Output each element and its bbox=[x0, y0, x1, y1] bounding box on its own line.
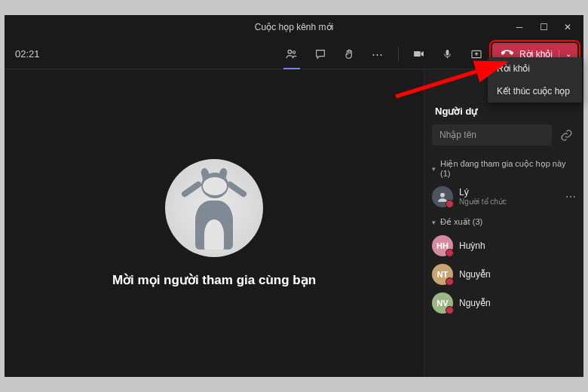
mic-icon[interactable] bbox=[435, 43, 461, 66]
section-suggested[interactable]: Đề xuất (3) bbox=[424, 211, 583, 231]
main-stage: Mời mọi người tham gia cùng bạn bbox=[5, 69, 424, 377]
list-item[interactable]: HH Huỳnh bbox=[424, 231, 583, 260]
close-button[interactable]: ✕ bbox=[556, 20, 579, 35]
dropdown-item-leave[interactable]: Rời khỏi bbox=[488, 57, 582, 80]
avatar bbox=[432, 186, 453, 207]
minimize-button[interactable]: ─ bbox=[508, 20, 531, 35]
title-bar: Cuộc họp kênh mới ─ ☐ ✕ bbox=[5, 15, 583, 39]
avatar: NT bbox=[432, 264, 453, 285]
list-item[interactable]: Lý Người tổ chức ⋯ bbox=[424, 182, 583, 211]
raise-hand-icon[interactable] bbox=[336, 43, 362, 66]
avatar: HH bbox=[432, 235, 453, 256]
list-item[interactable]: NV Nguyễn bbox=[424, 289, 583, 317]
svg-rect-2 bbox=[446, 50, 449, 56]
invite-text: Mời mọi người tham gia cùng bạn bbox=[112, 272, 316, 288]
more-icon[interactable]: ⋯ bbox=[365, 43, 390, 66]
search-input[interactable]: Nhập tên bbox=[432, 124, 552, 145]
content-area: Mời mọi người tham gia cùng bạn Người dự… bbox=[5, 69, 583, 377]
people-icon[interactable] bbox=[279, 43, 305, 66]
avatar: NV bbox=[432, 292, 453, 314]
person-info: Lý Người tổ chức bbox=[459, 187, 507, 207]
section-in-meeting[interactable]: Hiện đang tham gia cuộc họp này (1) bbox=[424, 153, 583, 182]
svg-point-4 bbox=[440, 193, 445, 198]
search-placeholder: Nhập tên bbox=[439, 130, 476, 140]
meeting-timer: 02:21 bbox=[15, 48, 40, 60]
search-row: Nhập tên bbox=[432, 124, 576, 145]
window-controls: ─ ☐ ✕ bbox=[508, 20, 579, 35]
participants-panel: Người dự Nhập tên Hiện đang tham gia cuộ… bbox=[424, 69, 583, 377]
person-more-icon[interactable]: ⋯ bbox=[565, 191, 576, 203]
share-icon[interactable] bbox=[464, 43, 489, 66]
svg-point-1 bbox=[293, 51, 296, 54]
toolbar-divider bbox=[398, 47, 399, 62]
leave-dropdown: Rời khỏi Kết thúc cuộc họp bbox=[488, 57, 582, 103]
svg-point-0 bbox=[289, 50, 292, 54]
share-link-icon[interactable] bbox=[556, 125, 576, 145]
camera-icon[interactable] bbox=[406, 43, 432, 66]
chat-icon[interactable] bbox=[308, 43, 333, 66]
dropdown-item-end[interactable]: Kết thúc cuộc họp bbox=[488, 80, 582, 103]
participants-title: Người dự bbox=[424, 103, 583, 124]
presenter-avatar bbox=[165, 159, 263, 257]
window-title: Cuộc họp kênh mới bbox=[255, 22, 333, 32]
list-item[interactable]: NT Nguyễn bbox=[424, 260, 583, 289]
maximize-button[interactable]: ☐ bbox=[532, 20, 555, 35]
